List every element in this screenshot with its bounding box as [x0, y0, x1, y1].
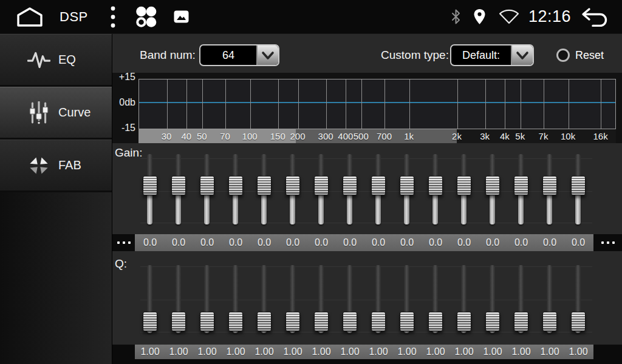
q-slider[interactable] — [314, 265, 329, 333]
gain-slider[interactable] — [171, 154, 186, 224]
gain-slider[interactable] — [314, 154, 329, 224]
q-value: 1.00 — [312, 345, 330, 359]
slider-knob[interactable] — [314, 176, 329, 195]
slider-knob[interactable] — [371, 312, 386, 331]
q-slider[interactable] — [257, 265, 272, 333]
band-num-value: 64 — [200, 46, 256, 65]
gain-slider[interactable] — [542, 154, 557, 224]
slider-track — [261, 193, 267, 224]
freq-tick-label: 16k — [593, 129, 608, 143]
q-slider[interactable] — [400, 265, 414, 333]
gain-slider[interactable] — [514, 154, 528, 224]
slider-track — [318, 265, 324, 314]
back-icon[interactable] — [581, 7, 609, 27]
band-num-select[interactable]: 64 — [199, 44, 279, 66]
gain-slider[interactable] — [228, 154, 243, 224]
slider-knob[interactable] — [485, 176, 500, 195]
freq-tick-label: 40 — [182, 129, 192, 143]
slider-knob[interactable] — [257, 176, 272, 195]
slider-knob[interactable] — [228, 312, 243, 331]
q-slider[interactable] — [285, 265, 300, 333]
slider-knob[interactable] — [171, 176, 186, 195]
slider-knob[interactable] — [514, 176, 528, 195]
reset-button[interactable]: Reset — [556, 44, 604, 66]
q-slider[interactable] — [457, 265, 471, 333]
slider-knob[interactable] — [400, 312, 414, 331]
q-slider[interactable] — [371, 265, 386, 333]
slider-knob[interactable] — [428, 176, 443, 195]
slider-knob[interactable] — [571, 312, 586, 331]
slider-track — [204, 193, 210, 224]
freq-tick-label: 50 — [197, 129, 207, 143]
slider-track — [461, 265, 466, 314]
slider-knob[interactable] — [171, 312, 186, 331]
slider-knob[interactable] — [514, 312, 528, 331]
overflow-menu-icon[interactable] — [110, 5, 116, 29]
slider-knob[interactable] — [542, 312, 557, 331]
gain-slider[interactable] — [143, 154, 157, 224]
sidebar-item-eq[interactable]: EQ — [0, 34, 112, 87]
q-value: 1.00 — [397, 345, 416, 359]
q-slider[interactable] — [200, 265, 214, 333]
custom-type-label: Custom type: — [381, 44, 449, 66]
slider-track — [432, 154, 438, 178]
gain-more-right-button[interactable] — [593, 234, 622, 251]
q-slider[interactable] — [485, 265, 500, 333]
grid-line — [485, 79, 486, 129]
slider-knob[interactable] — [428, 312, 443, 331]
q-slider[interactable] — [514, 265, 528, 333]
gain-slider[interactable] — [485, 154, 500, 224]
gain-slider[interactable] — [428, 154, 443, 224]
slider-knob[interactable] — [285, 176, 300, 195]
gain-slider[interactable] — [371, 154, 386, 224]
gain-slider[interactable] — [200, 154, 214, 224]
grid-line — [167, 79, 168, 129]
q-slider[interactable] — [542, 265, 557, 333]
apps-clover-icon[interactable] — [134, 5, 157, 29]
slider-knob[interactable] — [485, 312, 500, 331]
slider-track — [233, 193, 238, 224]
slider-knob[interactable] — [343, 312, 357, 331]
q-slider[interactable] — [343, 265, 357, 333]
chevron-down-icon — [256, 46, 278, 65]
gain-slider[interactable] — [457, 154, 471, 224]
slider-knob[interactable] — [343, 176, 357, 195]
slider-track — [547, 265, 552, 314]
slider-knob[interactable] — [371, 176, 386, 195]
q-slider[interactable] — [571, 265, 586, 333]
eq-waveform-icon — [27, 48, 51, 72]
gain-slider[interactable] — [571, 154, 586, 224]
q-slider[interactable] — [228, 265, 243, 333]
slider-knob[interactable] — [542, 176, 557, 195]
slider-knob[interactable] — [200, 312, 214, 331]
gain-more-left-button[interactable] — [112, 234, 135, 251]
gain-slider[interactable] — [343, 154, 357, 224]
slider-knob[interactable] — [285, 312, 300, 331]
q-value: 1.00 — [540, 345, 559, 359]
q-slider[interactable] — [171, 265, 186, 333]
slider-knob[interactable] — [457, 176, 471, 195]
slider-knob[interactable] — [228, 176, 243, 195]
gain-slider[interactable] — [257, 154, 272, 224]
status-bar: DSP — [0, 0, 622, 34]
custom-type-select[interactable]: Default: — [450, 44, 534, 66]
slider-knob[interactable] — [400, 176, 414, 195]
slider-knob[interactable] — [143, 176, 157, 195]
slider-knob[interactable] — [200, 176, 214, 195]
q-value: 1.00 — [454, 345, 473, 359]
gallery-icon[interactable] — [173, 8, 190, 25]
freq-tick-label: 70 — [220, 129, 230, 143]
slider-knob[interactable] — [314, 312, 329, 331]
slider-knob[interactable] — [257, 312, 272, 331]
q-slider[interactable] — [143, 265, 157, 333]
slider-knob[interactable] — [143, 312, 157, 331]
slider-knob[interactable] — [457, 312, 471, 331]
slider-knob[interactable] — [571, 176, 586, 195]
sidebar-item-fab[interactable]: FAB — [0, 140, 112, 192]
sidebar-item-curve[interactable]: Curve — [0, 87, 112, 140]
gain-slider[interactable] — [285, 154, 300, 224]
slider-track — [375, 265, 381, 314]
gain-slider[interactable] — [400, 154, 414, 224]
home-icon[interactable] — [16, 7, 44, 27]
q-slider[interactable] — [428, 265, 443, 333]
